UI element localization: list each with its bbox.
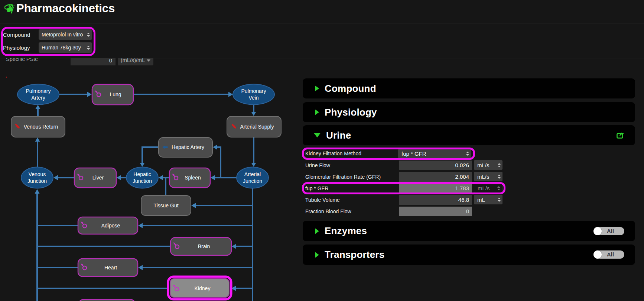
spinner-icon: [87, 46, 90, 50]
compound-label: Compound: [3, 32, 30, 38]
svg-text:Venous: Venous: [29, 171, 46, 177]
fraction-blood-flow-input: 0: [399, 207, 472, 216]
spinner-icon: [466, 152, 469, 156]
unit-value: mL/s: [477, 174, 496, 180]
page-title: Pharmacokinetics: [16, 2, 115, 15]
svg-text:Tissue Gut: Tissue Gut: [153, 203, 178, 208]
svg-text:Hepatic Artery: Hepatic Artery: [172, 144, 204, 150]
accordion-title: Physiology: [325, 107, 377, 118]
svg-text:Venous Return: Venous Return: [24, 124, 58, 130]
chevron-down-icon: [314, 133, 321, 137]
node-lung[interactable]: Lung: [92, 84, 133, 105]
clipped-param-row: Specific PStc 0 (mL/s)/mL: [0, 58, 171, 67]
svg-text:Artery: Artery: [31, 95, 45, 101]
param-unit-value: (mL/s)/mL: [121, 58, 145, 63]
svg-text:Pulmonary: Pulmonary: [26, 88, 51, 94]
fup-gfr-unit-select: mL/s: [474, 183, 502, 193]
node-pulmonary-artery[interactable]: Pulmonary Artery: [17, 84, 59, 105]
toggle-label: All: [602, 250, 619, 259]
node-partial-bottom[interactable]: [79, 300, 135, 301]
svg-text:Adipose: Adipose: [101, 223, 120, 229]
node-spleen[interactable]: Spleen: [169, 168, 210, 188]
accordion-compound[interactable]: Compound: [303, 78, 635, 98]
chevron-right-icon: [315, 109, 319, 115]
node-adipose[interactable]: Adipose: [78, 217, 138, 234]
spinner-icon: [498, 175, 501, 179]
tubule-volume-unit-select[interactable]: mL: [474, 195, 502, 204]
svg-text:Kidney: Kidney: [195, 285, 211, 291]
node-venous-return[interactable]: Venous Return: [11, 116, 65, 137]
urine-flow-unit-select[interactable]: mL/s: [474, 160, 502, 170]
svg-text:Junction: Junction: [243, 178, 262, 184]
svg-text:Spleen: Spleen: [185, 175, 201, 181]
row-label: fup * GFR: [305, 184, 328, 193]
row-label: Fraction Blood Flow: [305, 207, 351, 216]
param-input[interactable]: 0: [71, 58, 116, 65]
accordion-title: Enzymes: [325, 225, 367, 237]
unit-value: mL: [477, 197, 496, 203]
svg-text:Lung: Lung: [110, 91, 121, 97]
pills-icon: [4, 3, 15, 14]
node-arterial-junction[interactable]: Arterial Junction: [237, 167, 269, 188]
spinner-icon: [497, 186, 500, 190]
unit-value: mL/s: [477, 162, 496, 168]
spinner-icon: [498, 198, 501, 202]
row-label: Glomerular Filtration Rate (GFR): [305, 172, 381, 182]
physiology-select-value: Human 78kg 30y: [42, 45, 85, 51]
chevron-right-icon: [315, 228, 319, 234]
accordion-title: Transporters: [325, 249, 384, 260]
toggle-label: All: [602, 227, 619, 235]
accordion-transporters[interactable]: Transporters: [303, 245, 635, 265]
param-unit-select[interactable]: (mL/s)/mL: [118, 58, 153, 65]
svg-text:Liver: Liver: [92, 175, 104, 181]
header-divider: [0, 23, 644, 23]
circulation-diagram: Pulmonary Artery Pulmonary Vein Venous J…: [0, 69, 297, 301]
svg-text:Junction: Junction: [133, 178, 152, 184]
spinner-icon: [498, 163, 501, 167]
compound-select[interactable]: Metoprolol In vitro: [39, 29, 92, 40]
transporters-all-toggle[interactable]: All: [593, 250, 624, 259]
gfr-input[interactable]: 2.004: [399, 172, 472, 182]
node-heart[interactable]: Heart: [78, 259, 138, 276]
red-dot-marker: [6, 77, 7, 78]
physiology-label: Physiology: [3, 45, 30, 51]
accordion-title: Urine: [326, 130, 351, 141]
svg-text:Hepatic: Hepatic: [133, 171, 151, 177]
enzymes-all-toggle[interactable]: All: [593, 227, 624, 235]
accordion-urine[interactable]: Urine: [303, 125, 635, 145]
node-venous-junction[interactable]: Venous Junction: [21, 167, 53, 188]
select-value: fup * GFR: [401, 150, 465, 157]
row-label: Urine Flow: [305, 161, 330, 170]
tubule-volume-input[interactable]: 46.8: [399, 195, 472, 205]
toggle-knob: [593, 250, 602, 259]
node-tissue-gut[interactable]: Tissue Gut: [141, 195, 191, 216]
svg-text:Junction: Junction: [27, 178, 47, 184]
accordion-physiology[interactable]: Physiology: [303, 102, 635, 122]
svg-text:Arterial: Arterial: [244, 171, 261, 177]
node-arterial-supply[interactable]: Arterial Supply: [227, 116, 281, 137]
node-hepatic-junction[interactable]: Hepatic Junction: [126, 167, 158, 188]
urine-flow-input[interactable]: 0.026: [399, 161, 472, 170]
node-hepatic-artery[interactable]: Hepatic Artery: [159, 137, 212, 157]
external-link-icon[interactable]: [617, 132, 624, 139]
gfr-unit-select[interactable]: mL/s: [474, 172, 502, 181]
organ-nodes: Lung Venous Return Arterial Supply Hepat…: [11, 84, 281, 301]
node-pulmonary-vein[interactable]: Pulmonary Vein: [233, 84, 274, 105]
accordion-enzymes[interactable]: Enzymes: [303, 221, 635, 241]
node-brain[interactable]: Brain: [170, 237, 231, 255]
svg-text:Brain: Brain: [198, 243, 210, 249]
svg-text:Heart: Heart: [104, 265, 117, 271]
physiology-select[interactable]: Human 78kg 30y: [39, 42, 92, 53]
row-label: Tubule Volume: [305, 195, 340, 205]
toggle-knob: [593, 227, 602, 235]
node-kidney[interactable]: Kidney: [168, 277, 231, 300]
kidney-filtration-method-select[interactable]: fup * GFR: [398, 149, 471, 158]
compound-select-value: Metoprolol In vitro: [42, 32, 85, 38]
fup-gfr-input: 1.783: [399, 184, 472, 193]
caret-down-icon: [147, 59, 150, 62]
svg-text:Vein: Vein: [248, 95, 258, 101]
spinner-icon: [87, 33, 90, 37]
accordion-title: Compound: [325, 83, 376, 94]
node-liver[interactable]: Liver: [74, 168, 116, 188]
row-label: Kidney Filtration Method: [305, 149, 361, 158]
